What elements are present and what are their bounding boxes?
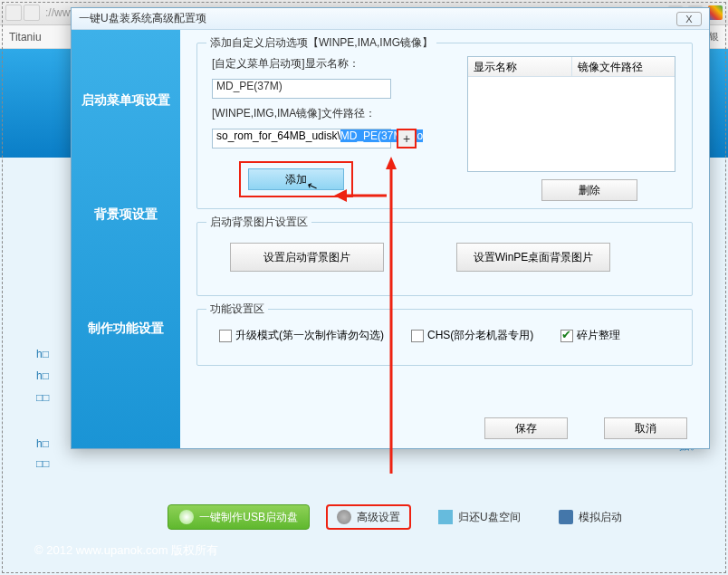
- add-button[interactable]: 添加 ↖: [248, 168, 344, 190]
- simulate-label: 模拟启动: [579, 510, 622, 525]
- chk3-label: 碎片整理: [577, 329, 620, 341]
- back-button[interactable]: [5, 5, 22, 21]
- col-name: 显示名称: [468, 57, 572, 76]
- image-list[interactable]: 显示名称 镜像文件路径: [467, 56, 675, 172]
- chk1-label: 升级模式(第一次制作请勿勾选): [235, 329, 384, 341]
- sidebar-item-background[interactable]: 背景项设置: [72, 198, 180, 231]
- make-usb-label: 一键制作USB启动盘: [199, 510, 298, 525]
- dialog-action-buttons: 保存 取消: [484, 417, 687, 439]
- advanced-label: 高级设置: [357, 510, 400, 525]
- google-icon[interactable]: [708, 5, 723, 20]
- name-label: [自定义菜单启动项]显示名称：: [212, 56, 359, 72]
- restore-space-button[interactable]: 归还U盘空间: [427, 504, 532, 530]
- fieldset-legend-1: 添加自定义启动选项【WINPE,IMA,IMG镜像】: [206, 35, 436, 51]
- dialog-content: 添加自定义启动选项【WINPE,IMA,IMG镜像】 [自定义菜单启动项]显示名…: [180, 30, 709, 448]
- chk2-label: CHS(部分老机器专用): [427, 329, 533, 341]
- list-header: 显示名称 镜像文件路径: [468, 57, 675, 77]
- browse-button[interactable]: +: [397, 129, 417, 149]
- col-path: 镜像文件路径: [572, 57, 675, 76]
- sidebar-item-bootmenu[interactable]: 启动菜单项设置: [72, 84, 180, 117]
- monitor-icon: [559, 510, 573, 524]
- custom-boot-fieldset: 添加自定义启动选项【WINPE,IMA,IMG镜像】 [自定义菜单启动项]显示名…: [196, 43, 693, 209]
- add-label: 添加: [285, 173, 307, 186]
- upgrade-mode-checkbox[interactable]: 升级模式(第一次制作请勿勾选): [219, 328, 384, 343]
- side-link[interactable]: h□: [36, 343, 50, 365]
- name-input[interactable]: MD_PE(37M): [212, 79, 391, 99]
- fieldset-legend-3: 功能设置区: [206, 302, 268, 317]
- forward-button[interactable]: [24, 5, 40, 21]
- side-link[interactable]: □□: [36, 454, 50, 474]
- svg-marker-3: [386, 157, 397, 169]
- function-fieldset: 功能设置区 升级模式(第一次制作请勿勾选) CHS(部分老机器专用) 碎片整理: [196, 309, 693, 366]
- path-label: [WINPE,IMG,IMA镜像]文件路径：: [212, 106, 376, 121]
- path-input[interactable]: so_rom_for_64MB_udisk\MD_PE(37M).iso: [212, 129, 391, 149]
- tab-title[interactable]: Titaniu: [9, 31, 42, 43]
- dialog-body: 启动菜单项设置 背景项设置 制作功能设置 添加自定义启动选项【WINPE,IMA…: [72, 30, 709, 448]
- defrag-checkbox[interactable]: 碎片整理: [560, 328, 620, 343]
- advanced-config-dialog: 一键U盘装系统高级配置项 X 启动菜单项设置 背景项设置 制作功能设置 添加自定…: [71, 7, 710, 449]
- arrow-annotation-horizontal: [334, 184, 388, 207]
- advanced-settings-button[interactable]: 高级设置: [326, 504, 411, 530]
- chs-checkbox[interactable]: CHS(部分老机器专用): [411, 328, 533, 343]
- side-link[interactable]: h□: [36, 434, 50, 454]
- dialog-sidebar: 启动菜单项设置 背景项设置 制作功能设置: [72, 30, 180, 448]
- disc-icon: [179, 510, 194, 524]
- side-link[interactable]: □□: [36, 387, 50, 408]
- set-winpe-bg-button[interactable]: 设置WinPE桌面背景图片: [456, 243, 610, 272]
- cursor-icon: ↖: [305, 177, 321, 194]
- restore-label: 归还U盘空间: [458, 510, 521, 525]
- delete-button[interactable]: 删除: [541, 179, 637, 201]
- side-link-group-2: h□ □□: [36, 434, 50, 474]
- gear-icon: [337, 510, 351, 524]
- set-boot-bg-button[interactable]: 设置启动背景图片: [230, 243, 384, 272]
- save-button[interactable]: 保存: [484, 417, 568, 439]
- path-prefix: so_rom_for_64MB_udisk\: [216, 129, 340, 142]
- side-link-group-1: h□ h□ □□: [36, 343, 50, 408]
- dialog-title-text: 一键U盘装系统高级配置项: [79, 11, 206, 26]
- nav-arrows: [5, 5, 40, 21]
- dialog-titlebar: 一键U盘装系统高级配置项 X: [72, 8, 709, 30]
- side-link[interactable]: h□: [36, 365, 50, 387]
- background-fieldset: 启动背景图片设置区 设置启动背景图片 设置WinPE桌面背景图片: [196, 222, 693, 296]
- make-usb-button[interactable]: 一键制作USB启动盘: [168, 504, 310, 530]
- close-button[interactable]: X: [676, 12, 702, 26]
- footer-text: © 2012 www.upanok.com 版权所有: [34, 542, 218, 559]
- sidebar-item-functions[interactable]: 制作功能设置: [72, 312, 180, 345]
- cancel-button[interactable]: 取消: [604, 417, 687, 439]
- usb-icon: [438, 510, 453, 524]
- svg-marker-1: [334, 189, 347, 202]
- simulate-boot-button[interactable]: 模拟启动: [548, 504, 633, 530]
- arrow-annotation-vertical: [385, 157, 398, 474]
- bottom-toolbar: 一键制作USB启动盘 高级设置 归还U盘空间 模拟启动: [91, 502, 710, 532]
- fieldset-legend-2: 启动背景图片设置区: [206, 215, 311, 230]
